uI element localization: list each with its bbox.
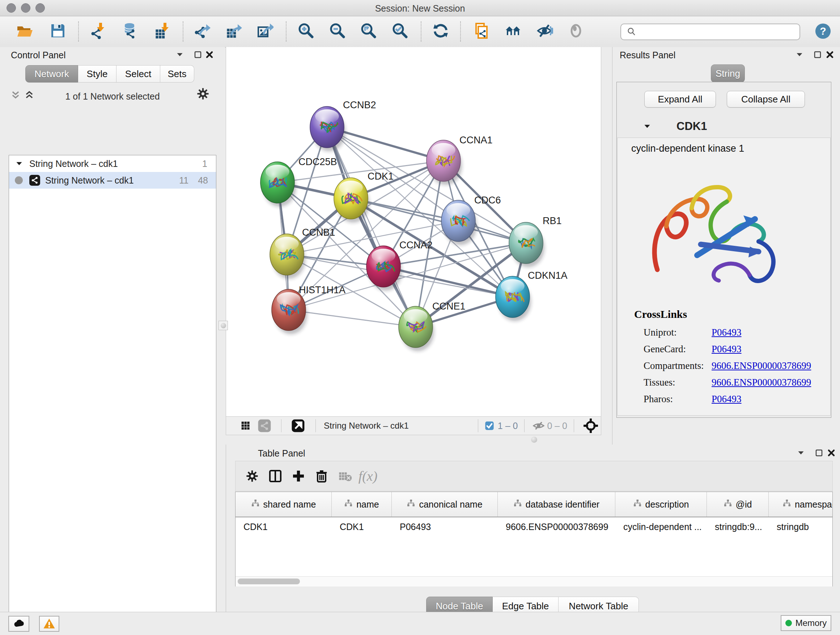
zoom-fit-button[interactable] [358, 21, 379, 42]
table-panel-float-icon[interactable] [813, 448, 825, 458]
table-panel-close-icon[interactable] [825, 448, 837, 458]
crosslink-link[interactable]: 9606.ENSP00000378699 [712, 377, 811, 388]
import-database-button[interactable] [119, 21, 140, 42]
crosslink-link[interactable]: P06493 [712, 344, 742, 355]
results-panel-menu-caret-icon[interactable] [793, 49, 806, 60]
column-header-namespace[interactable]: namespace [769, 492, 833, 516]
expand-all-button[interactable]: Expand All [644, 91, 716, 108]
results-panel-float-icon[interactable] [812, 49, 824, 60]
duplicate-network-button[interactable] [471, 21, 492, 42]
export-table-button[interactable] [223, 21, 244, 42]
add-column-icon[interactable] [287, 464, 310, 488]
save-button[interactable] [47, 21, 68, 42]
tab-network[interactable]: Network [25, 65, 78, 82]
table-panel-menu-caret-icon[interactable] [795, 448, 807, 458]
zoom-selected-button[interactable] [389, 21, 410, 42]
edge-CCNB2-CCNE1[interactable] [327, 127, 416, 327]
crosslink-link[interactable]: P06493 [712, 327, 742, 338]
collection-expand-caret-icon[interactable] [9, 158, 29, 169]
column-header-name[interactable]: name [332, 492, 392, 516]
node-CCNA1[interactable] [426, 140, 462, 185]
column-header-shared-name[interactable]: shared name [235, 492, 332, 516]
node-CCNB1[interactable] [270, 234, 305, 279]
table-settings-gear-icon[interactable] [240, 464, 264, 488]
table-cell[interactable]: stringdb:9... [707, 517, 769, 536]
column-header-database-identifier[interactable]: database identifier [498, 492, 615, 516]
column-tree-icon [513, 499, 522, 510]
search-input[interactable] [621, 24, 800, 40]
network-canvas[interactable]: CCNB2CCNA1CDC25BCDK1CDC6RB1CCNB1CCNA2CDK… [226, 47, 601, 416]
birdseye-crosshair-icon[interactable] [581, 414, 601, 437]
detach-view-icon[interactable] [289, 414, 308, 437]
edge-HIST1H1A-CCNE1[interactable] [289, 310, 416, 327]
crosslink-row: Uniprot: P06493 [644, 324, 824, 340]
results-panel-close-icon[interactable] [824, 49, 836, 60]
open-folder-button[interactable] [14, 21, 35, 42]
hide-eye-button[interactable] [534, 21, 555, 42]
node-CCNA2[interactable] [366, 246, 402, 291]
search-icon [625, 27, 638, 37]
tab-select[interactable]: Select [117, 65, 160, 82]
column-header--id[interactable]: @id [707, 492, 769, 516]
table-cell[interactable]: cyclin-dependent ... [615, 517, 707, 536]
zoom-out-button[interactable] [327, 21, 347, 42]
network-row[interactable]: String Network – cdk1 11 48 [9, 172, 216, 188]
table-row[interactable]: CDK1CDK1P064939606.ENSP00000378699cyclin… [235, 517, 832, 536]
bottom-splitter-handle-icon[interactable] [531, 437, 537, 443]
node-CCNE1[interactable] [399, 306, 434, 351]
control-panel-close-icon[interactable] [203, 49, 216, 60]
import-network-button[interactable] [88, 21, 109, 42]
node-HIST1H1A[interactable] [272, 289, 307, 334]
node-CDK1[interactable] [334, 178, 369, 223]
import-table-button[interactable] [152, 21, 172, 42]
crosslink-label: Pharos: [644, 394, 712, 405]
selected-checkbox-icon[interactable] [481, 414, 498, 437]
scrollbar-thumb[interactable] [238, 578, 300, 584]
column-header-canonical-name[interactable]: canonical name [392, 492, 498, 516]
export-table-icon [225, 22, 242, 41]
table-cell[interactable]: CDK1 [235, 517, 332, 536]
column-header-description[interactable]: description [615, 492, 707, 516]
collapse-all-button[interactable]: Collapse All [727, 91, 805, 108]
network-share-icon[interactable] [255, 414, 274, 437]
table-cell[interactable]: stringdb [769, 517, 833, 536]
control-panel-float-icon[interactable] [192, 49, 204, 60]
grid-view-icon[interactable] [236, 414, 255, 437]
crosslink-row: Tissues: 9606.ENSP00000378699 [644, 374, 824, 391]
edge-CCNA2-CDKN1A[interactable] [384, 266, 513, 297]
export-network-button[interactable] [191, 21, 212, 42]
node-CDKN1A[interactable] [496, 276, 531, 321]
table-horizontal-scrollbar[interactable] [235, 576, 832, 586]
gene-section-header[interactable]: CDK1 [617, 115, 831, 138]
canvas-results-splitter[interactable] [601, 47, 612, 435]
left-splitter-handle[interactable] [218, 321, 228, 330]
delete-column-trash-icon[interactable] [310, 464, 333, 488]
network-collection-row[interactable]: String Network – cdk1 1 [9, 155, 216, 172]
crosslink-link[interactable]: 9606.ENSP00000378699 [712, 360, 811, 371]
table-cell[interactable]: 9606.ENSP00000378699 [498, 517, 615, 536]
node-CCNB2[interactable] [310, 106, 346, 151]
network-options-gear-icon[interactable] [197, 88, 209, 99]
node-CDC6[interactable] [441, 200, 477, 245]
tab-string[interactable]: String [711, 65, 745, 82]
tab-sets[interactable]: Sets [160, 65, 194, 82]
tab-style[interactable]: Style [78, 65, 117, 82]
warnings-button[interactable] [39, 616, 59, 632]
memory-button[interactable]: Memory [781, 615, 831, 631]
node-label-CCNA1: CCNA1 [459, 135, 493, 146]
export-image-button[interactable] [254, 21, 275, 42]
table-cell[interactable]: P06493 [392, 517, 498, 536]
refresh-button[interactable] [430, 21, 451, 42]
show-columns-icon[interactable] [264, 464, 287, 488]
column-tree-icon [251, 499, 260, 510]
node-RB1[interactable] [509, 222, 545, 267]
column-tree-icon [407, 499, 415, 510]
control-panel-menu-caret-icon[interactable] [174, 49, 186, 60]
zoom-in-button[interactable] [295, 21, 316, 42]
help-button[interactable]: ? [815, 23, 831, 41]
crosslink-link[interactable]: P06493 [712, 394, 742, 405]
gene-section-caret-icon[interactable] [641, 121, 653, 132]
table-cell[interactable]: CDK1 [332, 517, 392, 536]
cloud-button[interactable] [8, 616, 29, 632]
houses-button[interactable] [502, 21, 523, 42]
